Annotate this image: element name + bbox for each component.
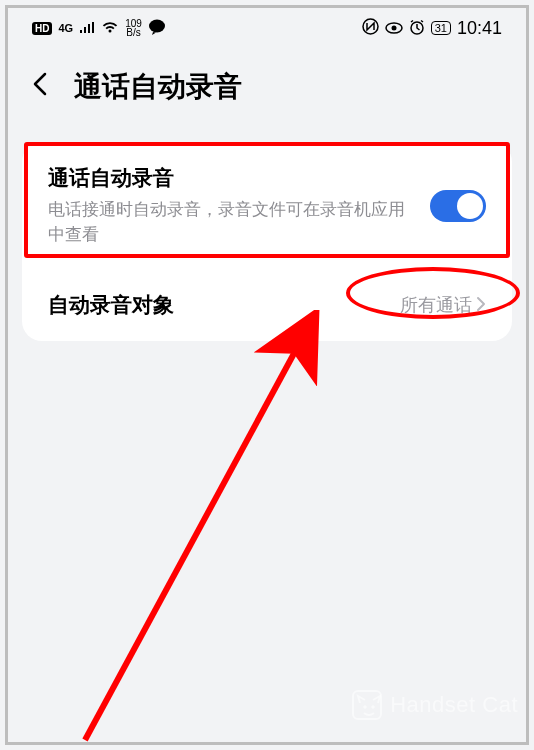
auto-record-title: 通话自动录音 xyxy=(48,164,430,192)
network-speed: 109 B/s xyxy=(125,19,142,37)
annotation-arrow xyxy=(75,310,335,748)
record-target-title: 自动录音对象 xyxy=(48,291,174,319)
status-bar: HD 4G 109 B/s 31 10:41 xyxy=(0,0,534,46)
auto-record-toggle[interactable] xyxy=(430,190,486,222)
page-header: 通话自动录音 xyxy=(0,46,534,124)
svg-point-7 xyxy=(371,705,375,709)
watermark-text: Handset Cat xyxy=(390,692,518,718)
auto-record-subtitle: 电话接通时自动录音，录音文件可在录音机应用中查看 xyxy=(48,198,430,247)
message-icon xyxy=(148,19,166,38)
hd-badge: HD xyxy=(32,22,52,35)
eye-icon xyxy=(385,20,403,37)
page-title: 通话自动录音 xyxy=(74,68,242,106)
svg-point-0 xyxy=(149,19,165,32)
svg-point-6 xyxy=(363,705,367,709)
network-4g-icon: 4G xyxy=(58,22,73,34)
svg-point-3 xyxy=(391,25,396,30)
clock-time: 10:41 xyxy=(457,18,502,39)
chevron-right-icon xyxy=(476,294,486,317)
cat-icon xyxy=(352,690,382,720)
alarm-icon xyxy=(409,19,425,38)
settings-card: 通话自动录音 电话接通时自动录音，录音文件可在录音机应用中查看 自动录音对象 所… xyxy=(22,142,512,341)
nfc-icon xyxy=(362,18,379,38)
auto-record-row[interactable]: 通话自动录音 电话接通时自动录音，录音文件可在录音机应用中查看 xyxy=(22,142,512,269)
svg-line-5 xyxy=(85,322,311,740)
record-target-row[interactable]: 自动录音对象 所有通话 xyxy=(22,269,512,341)
wifi-icon xyxy=(101,20,119,37)
battery-indicator: 31 xyxy=(431,21,451,35)
record-target-value: 所有通话 xyxy=(400,293,472,317)
signal-icon xyxy=(79,20,95,37)
back-icon[interactable] xyxy=(28,71,54,104)
watermark: Handset Cat xyxy=(352,690,518,720)
